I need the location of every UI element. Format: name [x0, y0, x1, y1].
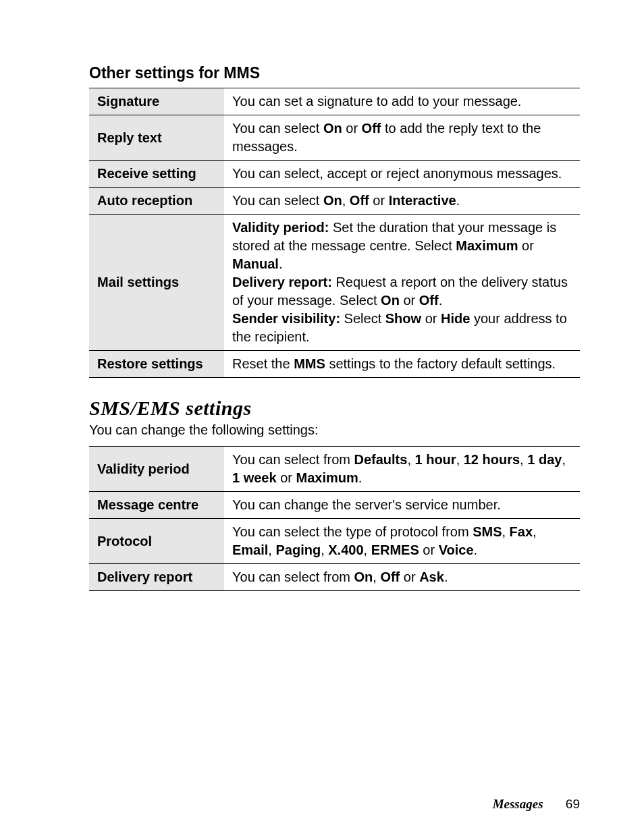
sms-table: Validity period You can select from Defa… [89, 446, 580, 591]
table-row: Restore settings Reset the MMS settings … [89, 351, 580, 378]
row-desc: You can select, accept or reject anonymo… [224, 161, 580, 188]
row-desc: You can select On, Off or Interactive. [224, 188, 580, 215]
row-desc: You can change the server's service numb… [224, 492, 580, 519]
row-desc: Reset the MMS settings to the factory de… [224, 351, 580, 378]
row-label: Validity period [89, 447, 224, 492]
page-footer: Messages 69 [493, 797, 580, 812]
row-label: Restore settings [89, 351, 224, 378]
table-row: Receive setting You can select, accept o… [89, 161, 580, 188]
row-desc: You can select On or Off to add the repl… [224, 115, 580, 161]
mms-table: Signature You can set a signature to add… [89, 88, 580, 378]
table-row: Auto reception You can select On, Off or… [89, 188, 580, 215]
row-label: Reply text [89, 115, 224, 161]
page-number: 69 [566, 797, 580, 811]
row-label: Delivery report [89, 564, 224, 591]
row-desc: You can select from On, Off or Ask. [224, 564, 580, 591]
row-label: Message centre [89, 492, 224, 519]
row-desc: You can select from Defaults, 1 hour, 12… [224, 447, 580, 492]
table-row: Signature You can set a signature to add… [89, 88, 580, 115]
sms-heading: SMS/EMS settings [89, 397, 580, 420]
row-desc: Validity period: Set the duration that y… [224, 215, 580, 351]
row-label: Receive setting [89, 161, 224, 188]
mms-heading: Other settings for MMS [89, 64, 580, 82]
table-row: Delivery report You can select from On, … [89, 564, 580, 591]
table-row: Message centre You can change the server… [89, 492, 580, 519]
row-label: Protocol [89, 519, 224, 564]
row-label: Mail settings [89, 215, 224, 351]
row-desc: You can select the type of protocol from… [224, 519, 580, 564]
sms-intro: You can change the following settings: [89, 422, 580, 438]
table-row: Protocol You can select the type of prot… [89, 519, 580, 564]
page-content: Other settings for MMS Signature You can… [0, 0, 644, 591]
row-desc: You can set a signature to add to your m… [224, 88, 580, 115]
row-label: Signature [89, 88, 224, 115]
row-label: Auto reception [89, 188, 224, 215]
table-row: Mail settings Validity period: Set the d… [89, 215, 580, 351]
footer-title: Messages [493, 797, 543, 811]
table-row: Reply text You can select On or Off to a… [89, 115, 580, 161]
table-row: Validity period You can select from Defa… [89, 447, 580, 492]
